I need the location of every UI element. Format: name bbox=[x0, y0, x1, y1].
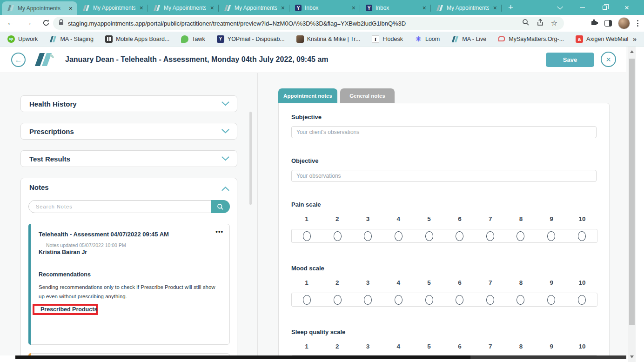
browser-menu-icon[interactable] bbox=[636, 19, 639, 27]
tab-close-icon[interactable]: × bbox=[139, 5, 144, 11]
radio-option[interactable] bbox=[303, 231, 311, 241]
panel-divider bbox=[257, 73, 258, 362]
close-icon[interactable]: × bbox=[601, 52, 616, 67]
app-page: ← January Dean - Telehealth - Assessment… bbox=[0, 47, 636, 362]
radio-option[interactable] bbox=[456, 231, 463, 241]
tab-close-icon[interactable]: × bbox=[422, 5, 427, 11]
scale-number: 4 bbox=[383, 343, 414, 350]
bookmark-loom[interactable]: ✳ Loom bbox=[415, 35, 440, 43]
scroll-up-arrow-icon[interactable] bbox=[630, 50, 634, 53]
save-button[interactable]: Save bbox=[546, 53, 594, 67]
back-icon[interactable]: ← bbox=[6, 18, 16, 27]
scale-number: 10 bbox=[567, 215, 597, 222]
tab-close-icon[interactable]: × bbox=[280, 5, 286, 11]
radio-option[interactable] bbox=[303, 295, 311, 305]
tab-appointment-notes[interactable]: Appointment notes bbox=[278, 88, 337, 103]
scale-number: 9 bbox=[536, 215, 567, 222]
tab-close-icon[interactable]: × bbox=[351, 5, 356, 11]
radio-option[interactable] bbox=[334, 295, 342, 305]
chevron-down-icon[interactable] bbox=[221, 100, 229, 108]
bookmark-mysaymatters[interactable]: MySayMatters.Org-... bbox=[498, 35, 564, 43]
tab-close-icon[interactable]: × bbox=[492, 5, 498, 11]
browser-tab-my-appointments-2[interactable]: My Appointments × bbox=[77, 1, 148, 15]
horizontal-scrollbar[interactable] bbox=[15, 355, 626, 359]
radio-option[interactable] bbox=[486, 295, 494, 305]
bookmark-yopmail[interactable]: Y YOPmail - Disposab... bbox=[217, 35, 285, 43]
scroll-down-arrow-icon[interactable] bbox=[630, 355, 634, 358]
bookmark-kristina-mike[interactable]: Kristina & Mike | Tr... bbox=[296, 35, 360, 43]
radio-option[interactable] bbox=[517, 231, 524, 241]
note-card[interactable]: Telehealth - Assessment 04/07/2022 09:45… bbox=[28, 224, 230, 345]
browser-tab-my-appointments-4[interactable]: My Appointments × bbox=[219, 1, 289, 15]
bookmark-label: MA - Staging bbox=[60, 36, 94, 42]
accordion-health-history[interactable]: Health History bbox=[20, 95, 237, 112]
profile-avatar[interactable] bbox=[618, 17, 630, 29]
window-minimize-button[interactable] bbox=[571, 0, 593, 15]
vertical-scrollbar-thumb[interactable] bbox=[629, 59, 635, 325]
reload-icon[interactable] bbox=[41, 19, 51, 29]
bookmark-star-icon[interactable]: ☆ bbox=[551, 20, 557, 27]
radio-option[interactable] bbox=[425, 231, 433, 241]
chevron-down-icon[interactable] bbox=[221, 154, 229, 163]
browser-tab-my-appointments-5[interactable]: My Appointments × bbox=[431, 1, 502, 15]
accordion-prescriptions[interactable]: Prescriptions bbox=[20, 123, 237, 140]
radio-option[interactable] bbox=[547, 295, 555, 305]
side-panel-icon[interactable] bbox=[604, 20, 612, 27]
sidebar-scrollbar-thumb[interactable] bbox=[249, 112, 252, 205]
radio-option[interactable] bbox=[364, 295, 372, 305]
window-restore-button[interactable] bbox=[594, 0, 615, 15]
vertical-scrollbar[interactable] bbox=[628, 47, 636, 362]
tab-close-icon[interactable]: × bbox=[68, 5, 74, 12]
yopmail-favicon: Y bbox=[295, 5, 302, 11]
accordion-test-results[interactable]: Test Results bbox=[20, 150, 237, 167]
radio-option[interactable] bbox=[486, 231, 494, 241]
bookmark-axigen[interactable]: a Axigen WebMail bbox=[576, 35, 628, 43]
search-button[interactable] bbox=[211, 200, 230, 213]
loom-icon: ✳ bbox=[415, 35, 422, 43]
chevron-down-icon[interactable] bbox=[221, 127, 229, 135]
lock-icon[interactable] bbox=[59, 19, 64, 27]
window-close-button[interactable]: × bbox=[616, 0, 637, 15]
bookmark-ma-live[interactable]: MA - Live bbox=[451, 35, 486, 43]
share-icon[interactable] bbox=[537, 19, 544, 28]
back-button[interactable]: ← bbox=[11, 53, 26, 67]
browser-tab-my-appointments-3[interactable]: My Appointments × bbox=[148, 1, 219, 15]
new-tab-button[interactable]: + bbox=[502, 0, 520, 15]
browser-tab-inbox-2[interactable]: Y Inbox × bbox=[360, 1, 431, 15]
radio-option[interactable] bbox=[578, 231, 586, 241]
bookmark-mobile-apps-board[interactable]: Mobile Apps Board... bbox=[105, 35, 169, 43]
radio-option[interactable] bbox=[517, 295, 524, 305]
note-menu-icon[interactable]: ••• bbox=[215, 228, 223, 235]
bookmarks-overflow-icon[interactable]: » bbox=[633, 35, 637, 43]
chevron-up-icon[interactable] bbox=[221, 185, 229, 193]
radio-option[interactable] bbox=[395, 231, 402, 241]
tab-search-chevron-icon[interactable] bbox=[548, 0, 570, 15]
tab-general-notes[interactable]: General notes bbox=[340, 88, 395, 103]
search-notes-input[interactable] bbox=[28, 200, 230, 213]
sleep-quality-scale-label: Sleep quality scale bbox=[291, 328, 345, 335]
url-text[interactable]: staging.myappointments.app/portal/public… bbox=[68, 20, 522, 27]
radio-option[interactable] bbox=[364, 231, 372, 241]
extensions-puzzle-icon[interactable] bbox=[590, 18, 598, 28]
browser-tab-inbox-1[interactable]: Y Inbox × bbox=[289, 1, 360, 15]
bookmark-flodesk[interactable]: f Flodesk bbox=[372, 35, 403, 43]
radio-option[interactable] bbox=[456, 295, 463, 305]
tab-close-icon[interactable]: × bbox=[209, 5, 215, 11]
objective-input[interactable] bbox=[291, 170, 597, 182]
zoom-icon[interactable] bbox=[522, 19, 530, 28]
radio-option[interactable] bbox=[334, 231, 342, 241]
bookmark-upwork[interactable]: up Upwork bbox=[7, 35, 38, 43]
radio-option[interactable] bbox=[395, 295, 402, 305]
browser-tab-my-appointments-1[interactable]: My Appointments × bbox=[2, 1, 77, 15]
bookmark-tawk[interactable]: Tawk bbox=[181, 35, 205, 43]
myappointments-favicon bbox=[154, 5, 161, 11]
radio-option[interactable] bbox=[547, 231, 555, 241]
horizontal-scrollbar-thumb[interactable] bbox=[15, 355, 470, 359]
address-bar[interactable]: staging.myappointments.app/portal/public… bbox=[53, 17, 564, 30]
bookmark-ma-staging[interactable]: MA - Staging bbox=[49, 35, 94, 43]
scale-number: 2 bbox=[322, 279, 353, 286]
scale-number: 10 bbox=[567, 343, 597, 350]
subjective-input[interactable] bbox=[291, 126, 597, 138]
radio-option[interactable] bbox=[578, 295, 586, 305]
radio-option[interactable] bbox=[425, 295, 433, 305]
